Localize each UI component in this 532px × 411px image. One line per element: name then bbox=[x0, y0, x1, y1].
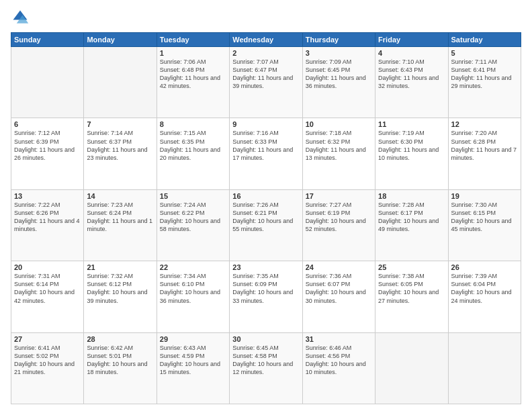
calendar-cell: 7Sunrise: 7:14 AM Sunset: 6:37 PM Daylig… bbox=[84, 118, 157, 189]
day-number: 17 bbox=[306, 192, 372, 200]
weekday-header-thursday: Thursday bbox=[302, 33, 375, 47]
calendar-cell: 19Sunrise: 7:30 AM Sunset: 6:15 PM Dayli… bbox=[448, 189, 521, 261]
calendar-cell: 29Sunrise: 6:43 AM Sunset: 4:59 PM Dayli… bbox=[157, 332, 229, 404]
day-number: 5 bbox=[451, 49, 518, 57]
day-info: Sunrise: 7:24 AM Sunset: 6:22 PM Dayligh… bbox=[160, 201, 226, 234]
calendar-cell: 22Sunrise: 7:34 AM Sunset: 6:10 PM Dayli… bbox=[157, 261, 229, 332]
day-info: Sunrise: 7:34 AM Sunset: 6:10 PM Dayligh… bbox=[160, 272, 226, 305]
weekday-header-monday: Monday bbox=[84, 33, 157, 47]
day-number: 3 bbox=[306, 49, 372, 57]
day-info: Sunrise: 6:46 AM Sunset: 4:56 PM Dayligh… bbox=[306, 344, 372, 377]
calendar-cell: 13Sunrise: 7:22 AM Sunset: 6:26 PM Dayli… bbox=[11, 189, 84, 261]
day-number: 8 bbox=[160, 120, 226, 128]
day-info: Sunrise: 7:23 AM Sunset: 6:24 PM Dayligh… bbox=[87, 201, 153, 234]
calendar-cell: 25Sunrise: 7:38 AM Sunset: 6:05 PM Dayli… bbox=[375, 261, 448, 332]
day-number: 12 bbox=[451, 120, 518, 128]
day-info: Sunrise: 7:07 AM Sunset: 6:47 PM Dayligh… bbox=[232, 58, 299, 91]
calendar-cell: 6Sunrise: 7:12 AM Sunset: 6:39 PM Daylig… bbox=[11, 118, 84, 189]
calendar-cell bbox=[448, 332, 521, 404]
weekday-header-wednesday: Wednesday bbox=[230, 33, 302, 47]
day-number: 19 bbox=[451, 192, 518, 200]
calendar-cell: 3Sunrise: 7:09 AM Sunset: 6:45 PM Daylig… bbox=[302, 47, 375, 118]
day-info: Sunrise: 7:35 AM Sunset: 6:09 PM Dayligh… bbox=[232, 272, 299, 305]
weekday-header-tuesday: Tuesday bbox=[157, 33, 229, 47]
day-info: Sunrise: 7:12 AM Sunset: 6:39 PM Dayligh… bbox=[14, 129, 81, 162]
calendar-cell: 30Sunrise: 6:45 AM Sunset: 4:58 PM Dayli… bbox=[230, 332, 302, 404]
weekday-header-sunday: Sunday bbox=[11, 33, 84, 47]
day-number: 15 bbox=[160, 192, 226, 200]
weekday-header-row: SundayMondayTuesdayWednesdayThursdayFrid… bbox=[11, 33, 521, 47]
calendar-cell: 11Sunrise: 7:19 AM Sunset: 6:30 PM Dayli… bbox=[375, 118, 448, 189]
day-number: 27 bbox=[14, 335, 81, 343]
day-info: Sunrise: 7:06 AM Sunset: 6:48 PM Dayligh… bbox=[160, 58, 226, 91]
week-row-2: 6Sunrise: 7:12 AM Sunset: 6:39 PM Daylig… bbox=[11, 118, 521, 189]
calendar-cell: 28Sunrise: 6:42 AM Sunset: 5:01 PM Dayli… bbox=[84, 332, 157, 404]
day-info: Sunrise: 7:26 AM Sunset: 6:21 PM Dayligh… bbox=[232, 201, 299, 234]
calendar-cell: 20Sunrise: 7:31 AM Sunset: 6:14 PM Dayli… bbox=[11, 261, 84, 332]
day-number: 20 bbox=[14, 263, 81, 271]
day-number: 31 bbox=[306, 335, 372, 343]
day-info: Sunrise: 7:38 AM Sunset: 6:05 PM Dayligh… bbox=[378, 272, 445, 305]
logo-icon bbox=[11, 8, 30, 27]
calendar: SundayMondayTuesdayWednesdayThursdayFrid… bbox=[11, 32, 521, 404]
calendar-cell: 4Sunrise: 7:10 AM Sunset: 6:43 PM Daylig… bbox=[375, 47, 448, 118]
day-info: Sunrise: 7:15 AM Sunset: 6:35 PM Dayligh… bbox=[160, 129, 226, 162]
calendar-cell: 12Sunrise: 7:20 AM Sunset: 6:28 PM Dayli… bbox=[448, 118, 521, 189]
day-number: 30 bbox=[232, 335, 299, 343]
calendar-cell: 14Sunrise: 7:23 AM Sunset: 6:24 PM Dayli… bbox=[84, 189, 157, 261]
day-number: 9 bbox=[232, 120, 299, 128]
week-row-5: 27Sunrise: 6:41 AM Sunset: 5:02 PM Dayli… bbox=[11, 332, 521, 404]
day-info: Sunrise: 7:20 AM Sunset: 6:28 PM Dayligh… bbox=[451, 129, 518, 162]
day-info: Sunrise: 6:42 AM Sunset: 5:01 PM Dayligh… bbox=[87, 344, 153, 377]
calendar-cell: 10Sunrise: 7:18 AM Sunset: 6:32 PM Dayli… bbox=[302, 118, 375, 189]
calendar-cell: 21Sunrise: 7:32 AM Sunset: 6:12 PM Dayli… bbox=[84, 261, 157, 332]
day-number: 18 bbox=[378, 192, 445, 200]
calendar-table: SundayMondayTuesdayWednesdayThursdayFrid… bbox=[11, 32, 521, 404]
day-number: 23 bbox=[232, 263, 299, 271]
day-number: 24 bbox=[306, 263, 372, 271]
day-info: Sunrise: 7:36 AM Sunset: 6:07 PM Dayligh… bbox=[306, 272, 372, 305]
week-row-4: 20Sunrise: 7:31 AM Sunset: 6:14 PM Dayli… bbox=[11, 261, 521, 332]
day-info: Sunrise: 7:10 AM Sunset: 6:43 PM Dayligh… bbox=[378, 58, 445, 91]
day-number: 2 bbox=[232, 49, 299, 57]
day-info: Sunrise: 7:31 AM Sunset: 6:14 PM Dayligh… bbox=[14, 272, 81, 305]
day-number: 11 bbox=[378, 120, 445, 128]
calendar-cell: 23Sunrise: 7:35 AM Sunset: 6:09 PM Dayli… bbox=[230, 261, 302, 332]
calendar-cell bbox=[11, 47, 84, 118]
day-number: 1 bbox=[160, 49, 226, 57]
day-info: Sunrise: 7:09 AM Sunset: 6:45 PM Dayligh… bbox=[306, 58, 372, 91]
header bbox=[11, 8, 521, 27]
calendar-cell: 5Sunrise: 7:11 AM Sunset: 6:41 PM Daylig… bbox=[448, 47, 521, 118]
day-info: Sunrise: 7:32 AM Sunset: 6:12 PM Dayligh… bbox=[87, 272, 153, 305]
calendar-cell: 17Sunrise: 7:27 AM Sunset: 6:19 PM Dayli… bbox=[302, 189, 375, 261]
calendar-cell: 16Sunrise: 7:26 AM Sunset: 6:21 PM Dayli… bbox=[230, 189, 302, 261]
day-number: 10 bbox=[306, 120, 372, 128]
week-row-3: 13Sunrise: 7:22 AM Sunset: 6:26 PM Dayli… bbox=[11, 189, 521, 261]
weekday-header-friday: Friday bbox=[375, 33, 448, 47]
calendar-cell: 31Sunrise: 6:46 AM Sunset: 4:56 PM Dayli… bbox=[302, 332, 375, 404]
day-number: 28 bbox=[87, 335, 153, 343]
day-info: Sunrise: 7:18 AM Sunset: 6:32 PM Dayligh… bbox=[306, 129, 372, 162]
day-info: Sunrise: 7:27 AM Sunset: 6:19 PM Dayligh… bbox=[306, 201, 372, 234]
calendar-cell: 26Sunrise: 7:39 AM Sunset: 6:04 PM Dayli… bbox=[448, 261, 521, 332]
weekday-header-saturday: Saturday bbox=[448, 33, 521, 47]
day-info: Sunrise: 6:45 AM Sunset: 4:58 PM Dayligh… bbox=[232, 344, 299, 377]
day-number: 7 bbox=[87, 120, 153, 128]
calendar-cell bbox=[375, 332, 448, 404]
calendar-cell: 8Sunrise: 7:15 AM Sunset: 6:35 PM Daylig… bbox=[157, 118, 229, 189]
logo bbox=[11, 8, 32, 27]
calendar-cell: 27Sunrise: 6:41 AM Sunset: 5:02 PM Dayli… bbox=[11, 332, 84, 404]
calendar-cell bbox=[84, 47, 157, 118]
day-number: 13 bbox=[14, 192, 81, 200]
day-info: Sunrise: 7:22 AM Sunset: 6:26 PM Dayligh… bbox=[14, 201, 81, 234]
day-info: Sunrise: 7:14 AM Sunset: 6:37 PM Dayligh… bbox=[87, 129, 153, 162]
day-info: Sunrise: 7:30 AM Sunset: 6:15 PM Dayligh… bbox=[451, 201, 518, 234]
day-info: Sunrise: 6:43 AM Sunset: 4:59 PM Dayligh… bbox=[160, 344, 226, 377]
day-info: Sunrise: 7:19 AM Sunset: 6:30 PM Dayligh… bbox=[378, 129, 445, 162]
day-number: 22 bbox=[160, 263, 226, 271]
calendar-cell: 1Sunrise: 7:06 AM Sunset: 6:48 PM Daylig… bbox=[157, 47, 229, 118]
day-info: Sunrise: 7:16 AM Sunset: 6:33 PM Dayligh… bbox=[232, 129, 299, 162]
calendar-cell: 9Sunrise: 7:16 AM Sunset: 6:33 PM Daylig… bbox=[230, 118, 302, 189]
week-row-1: 1Sunrise: 7:06 AM Sunset: 6:48 PM Daylig… bbox=[11, 47, 521, 118]
day-number: 6 bbox=[14, 120, 81, 128]
